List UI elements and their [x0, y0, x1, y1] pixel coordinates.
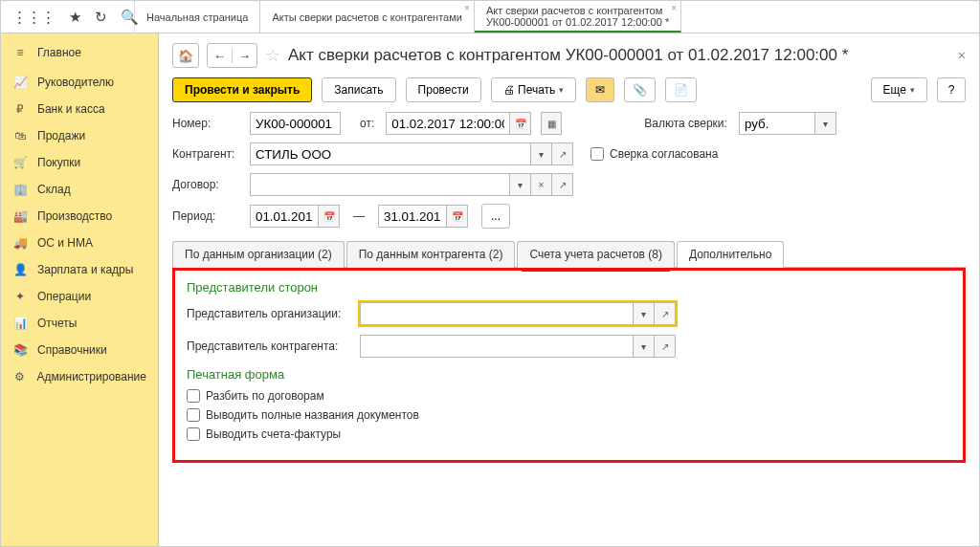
history-icon[interactable]: ↻ — [95, 9, 107, 26]
ops-icon: ✦ — [12, 290, 28, 303]
calendar-icon[interactable]: 📅 — [447, 205, 468, 228]
tab-accounts[interactable]: Счета учета расчетов (8) — [517, 241, 674, 268]
additional-panel: Представители сторон Представитель орган… — [172, 268, 966, 463]
date-input[interactable] — [386, 112, 510, 135]
sidebar-label: Операции — [37, 290, 91, 303]
command-bar: Провести и закрыть Записать Провести 🖨 П… — [172, 77, 966, 102]
tab-ctr-data[interactable]: По данным контрагента (2) — [346, 241, 516, 268]
close-icon[interactable]: × — [671, 3, 677, 13]
party-label: Контрагент: — [172, 147, 244, 161]
dropdown-icon[interactable]: ▾ — [531, 142, 552, 165]
sidebar-item-purchases[interactable]: 🛒Покупки — [1, 149, 158, 176]
bars-icon: 📊 — [12, 317, 28, 330]
report-button[interactable]: 📄 — [665, 77, 697, 102]
cart-icon: 🛒 — [12, 156, 28, 169]
sidebar-label: Справочники — [37, 343, 107, 357]
top-bar: ⋮⋮⋮ ★ ↻ 🔍 Начальная страница Акты сверки… — [1, 1, 979, 33]
nav-arrows[interactable]: ←→ — [207, 43, 257, 68]
number-input[interactable] — [250, 112, 341, 135]
full-doc-names-checkbox[interactable]: Выводить полные названия документов — [187, 408, 951, 422]
post-button[interactable]: Провести — [406, 77, 481, 102]
post-and-close-button[interactable]: Провести и закрыть — [172, 77, 312, 102]
contract-input[interactable] — [250, 173, 510, 196]
calendar-icon[interactable]: 📅 — [510, 112, 531, 135]
more-button[interactable]: Еще — [871, 77, 927, 102]
extra-date-button[interactable]: ▦ — [541, 112, 562, 135]
detail-tabs: По данным организации (2) По данным конт… — [172, 240, 966, 268]
email-button[interactable]: ✉ — [586, 77, 614, 102]
open-icon[interactable]: ↗ — [552, 142, 573, 165]
sidebar-item-warehouse[interactable]: 🏢Склад — [1, 176, 158, 203]
books-icon: 📚 — [12, 343, 28, 357]
open-icon[interactable]: ↗ — [552, 173, 573, 196]
currency-input[interactable] — [739, 112, 815, 135]
party-input[interactable] — [250, 142, 531, 165]
sidebar-item-sales[interactable]: 🛍Продажи — [1, 122, 158, 149]
save-button[interactable]: Записать — [322, 77, 395, 102]
sidebar-item-manager[interactable]: 📈Руководителю — [1, 69, 158, 96]
sidebar: ≡Главное 📈Руководителю ₽Банк и касса 🛍Пр… — [1, 33, 159, 546]
rep-org-input[interactable] — [360, 302, 634, 325]
sidebar-item-admin[interactable]: ⚙Администрирование — [1, 363, 158, 390]
sidebar-label: Зарплата и кадры — [37, 263, 133, 276]
split-by-contracts-checkbox[interactable]: Разбить по договорам — [187, 389, 951, 403]
help-button[interactable]: ? — [937, 77, 966, 102]
output-invoices-checkbox[interactable]: Выводить счета-фактуры — [187, 427, 951, 441]
star-icon[interactable]: ★ — [69, 9, 81, 26]
tab-additional[interactable]: Дополнительно — [677, 241, 784, 268]
burger-icon: ≡ — [12, 46, 28, 59]
rep-org-label: Представитель организации: — [187, 307, 354, 320]
calendar-icon[interactable]: 📅 — [319, 205, 340, 228]
tab-home[interactable]: Начальная страница — [135, 1, 260, 33]
sidebar-item-payroll[interactable]: 👤Зарплата и кадры — [1, 256, 158, 283]
open-icon[interactable]: ↗ — [655, 302, 676, 325]
apps-icon[interactable]: ⋮⋮⋮ — [12, 9, 56, 26]
dropdown-icon[interactable]: ▾ — [510, 173, 531, 196]
agreed-checkbox[interactable]: Сверка согласована — [590, 147, 718, 161]
open-icon[interactable]: ↗ — [655, 335, 676, 358]
sidebar-label: ОС и НМА — [37, 236, 93, 250]
home-button[interactable]: 🏠 — [172, 43, 199, 68]
period-picker-button[interactable]: ... — [481, 204, 510, 229]
from-label: от: — [360, 117, 374, 130]
truck-icon: 🚚 — [12, 236, 28, 250]
print-button[interactable]: 🖨 Печать — [491, 77, 577, 102]
sidebar-label: Продажи — [37, 129, 85, 142]
dropdown-icon[interactable]: ▾ — [815, 112, 836, 135]
warehouse-icon: 🏢 — [12, 183, 28, 196]
period-to-input[interactable] — [378, 205, 447, 228]
sidebar-label: Банк и касса — [37, 102, 105, 116]
dropdown-icon[interactable]: ▾ — [634, 302, 655, 325]
sidebar-item-os[interactable]: 🚚ОС и НМА — [1, 230, 158, 256]
sidebar-item-production[interactable]: 🏭Производство — [1, 203, 158, 230]
sidebar-label: Главное — [37, 46, 81, 59]
sidebar-item-main[interactable]: ≡Главное — [1, 39, 158, 69]
printer-icon: 🖨 — [503, 83, 515, 97]
tab-acts-list[interactable]: Акты сверки расчетов с контрагентами × — [260, 1, 474, 33]
sidebar-item-bank[interactable]: ₽Банк и касса — [1, 96, 158, 122]
dropdown-icon[interactable]: ▾ — [634, 335, 655, 358]
page-title: Акт сверки расчетов с контрагентом УК00-… — [288, 46, 950, 65]
sidebar-label: Руководителю — [37, 76, 114, 89]
system-toolbar: ⋮⋮⋮ ★ ↻ 🔍 — [1, 1, 135, 33]
sidebar-item-refs[interactable]: 📚Справочники — [1, 337, 158, 363]
favorite-icon[interactable]: ☆ — [265, 45, 280, 66]
back-icon[interactable]: ← — [208, 49, 233, 63]
factory-icon: 🏭 — [12, 209, 28, 223]
contract-label: Договор: — [172, 178, 244, 191]
rep-ctr-input[interactable] — [360, 335, 634, 358]
chart-icon: 📈 — [12, 76, 28, 89]
close-icon[interactable]: × — [464, 3, 470, 13]
sidebar-item-ops[interactable]: ✦Операции — [1, 283, 158, 310]
attach-button[interactable]: 📎 — [624, 77, 656, 102]
period-from-input[interactable] — [250, 205, 319, 228]
tab-org-data[interactable]: По данным организации (2) — [172, 241, 345, 268]
clear-icon[interactable]: × — [531, 173, 552, 196]
forward-icon[interactable]: → — [233, 49, 256, 63]
close-icon[interactable]: × — [958, 48, 966, 63]
number-label: Номер: — [172, 117, 244, 130]
tab-act-doc[interactable]: Акт сверки расчетов с контрагентом УК00-… — [475, 1, 681, 33]
bag-icon: 🛍 — [12, 129, 28, 142]
sidebar-item-reports[interactable]: 📊Отчеты — [1, 310, 158, 337]
agreed-label: Сверка согласована — [610, 147, 718, 161]
